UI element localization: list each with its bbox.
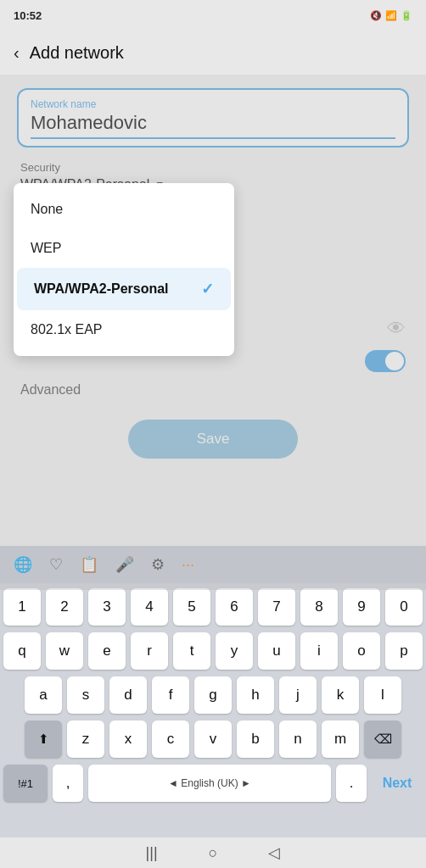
number-row: 1 2 3 4 5 6 7 8 9 0: [3, 588, 423, 626]
space-key[interactable]: ◄ English (UK) ►: [88, 765, 331, 802]
status-bar: 10:52 🔇 📶 🔋: [0, 0, 426, 31]
network-name-field[interactable]: Network name Mohamedovic: [17, 88, 409, 147]
key-b[interactable]: b: [237, 721, 274, 758]
check-icon: ✓: [201, 280, 214, 298]
dropdown-item-wep[interactable]: WEP: [14, 229, 234, 268]
dropdown-8021x-label: 802.1x EAP: [31, 322, 103, 337]
network-name-label: Network name: [31, 98, 395, 110]
key-2[interactable]: 2: [46, 588, 83, 626]
key-u[interactable]: u: [258, 632, 295, 670]
security-dropdown-menu: None WEP WPA/WPA2-Personal ✓ 802.1x EAP: [14, 183, 234, 356]
network-name-value: Mohamedovic: [31, 112, 395, 134]
clipboard-icon[interactable]: 📋: [80, 555, 98, 574]
key-h[interactable]: h: [237, 676, 274, 714]
nav-recent-icon[interactable]: ◁: [268, 843, 280, 862]
next-key[interactable]: Next: [372, 765, 423, 802]
status-icons: 🔇 📶 🔋: [370, 10, 412, 21]
battery-icon: 🔋: [401, 10, 412, 21]
zxcv-row: ⬆ z x c v b n m ⌫: [3, 721, 423, 758]
mute-icon: 🔇: [370, 10, 382, 21]
security-label: Security: [20, 161, 406, 174]
save-button-row: Save: [17, 404, 409, 465]
comma-key[interactable]: ,: [53, 765, 83, 802]
key-s[interactable]: s: [67, 676, 104, 714]
mic-icon[interactable]: 🎤: [115, 555, 134, 574]
key-5[interactable]: 5: [173, 588, 210, 626]
bottom-row: !#1 , ◄ English (UK) ► . Next: [3, 765, 423, 802]
key-3[interactable]: 3: [88, 588, 126, 626]
period-key[interactable]: .: [336, 765, 367, 802]
key-q[interactable]: q: [3, 632, 41, 670]
save-button[interactable]: Save: [128, 420, 298, 459]
nav-home-icon[interactable]: ○: [209, 844, 218, 862]
keyboard-toolbar: 🌐 ♡ 📋 🎤 ⚙ ···: [0, 546, 426, 583]
keyboard-rows: 1 2 3 4 5 6 7 8 9 0 q w e r t y u i o p …: [0, 583, 426, 812]
key-t[interactable]: t: [173, 632, 210, 670]
key-o[interactable]: o: [343, 632, 380, 670]
key-m[interactable]: m: [322, 721, 359, 758]
key-1[interactable]: 1: [3, 588, 41, 626]
key-6[interactable]: 6: [216, 588, 253, 626]
back-button[interactable]: ‹: [14, 43, 20, 63]
dropdown-wep-label: WEP: [31, 241, 61, 256]
content-area: Network name Mohamedovic Security WPA/WP…: [0, 75, 426, 590]
key-4[interactable]: 4: [131, 588, 168, 626]
more-icon[interactable]: ···: [182, 556, 194, 574]
key-a[interactable]: a: [25, 676, 62, 714]
qwerty-row: q w e r t y u i o p: [3, 632, 423, 670]
key-v[interactable]: v: [194, 721, 232, 758]
sym-key[interactable]: !#1: [3, 765, 48, 802]
settings-icon[interactable]: ⚙: [151, 555, 165, 574]
dropdown-wpa-label: WPA/WPA2-Personal: [34, 281, 169, 297]
key-9[interactable]: 9: [343, 588, 380, 626]
key-w[interactable]: w: [46, 632, 83, 670]
key-k[interactable]: k: [322, 676, 359, 714]
eye-icon[interactable]: 👁: [387, 318, 406, 340]
toggle-switch[interactable]: [365, 350, 406, 372]
status-time: 10:52: [14, 9, 42, 22]
dropdown-item-wpa[interactable]: WPA/WPA2-Personal ✓: [17, 268, 231, 310]
key-g[interactable]: g: [194, 676, 232, 714]
dropdown-none-label: None: [31, 202, 63, 217]
heart-icon[interactable]: ♡: [49, 555, 63, 574]
nav-bar: ||| ○ ◁: [0, 837, 426, 868]
key-d[interactable]: d: [109, 676, 147, 714]
delete-key[interactable]: ⌫: [364, 721, 401, 758]
key-r[interactable]: r: [131, 632, 168, 670]
key-x[interactable]: x: [109, 721, 147, 758]
toolbar-icons: 🌐 ♡ 📋 🎤 ⚙ ···: [14, 555, 194, 574]
key-p[interactable]: p: [385, 632, 423, 670]
key-7[interactable]: 7: [258, 588, 295, 626]
key-j[interactable]: j: [279, 676, 317, 714]
keyboard: 🌐 ♡ 📋 🎤 ⚙ ··· 1 2 3 4 5 6 7 8 9 0 q w e …: [0, 546, 426, 868]
network-name-underline: [31, 137, 395, 139]
key-l[interactable]: l: [364, 676, 401, 714]
toggle-knob: [385, 352, 404, 370]
dropdown-item-8021x[interactable]: 802.1x EAP: [14, 310, 234, 349]
key-n[interactable]: n: [279, 721, 317, 758]
header: ‹ Add network: [0, 31, 426, 75]
dropdown-item-none[interactable]: None: [14, 190, 234, 229]
advanced-row[interactable]: Advanced: [17, 376, 409, 404]
key-e[interactable]: e: [88, 632, 126, 670]
key-z[interactable]: z: [67, 721, 104, 758]
advanced-label: Advanced: [20, 382, 81, 397]
key-c[interactable]: c: [152, 721, 189, 758]
signal-icon: 📶: [385, 10, 397, 21]
key-i[interactable]: i: [300, 632, 338, 670]
emoji-icon[interactable]: 🌐: [14, 555, 32, 574]
page-title: Add network: [30, 43, 124, 63]
key-0[interactable]: 0: [385, 588, 423, 626]
key-y[interactable]: y: [216, 632, 253, 670]
key-8[interactable]: 8: [300, 588, 338, 626]
key-f[interactable]: f: [152, 676, 189, 714]
shift-key[interactable]: ⬆: [25, 721, 62, 758]
asdf-row: a s d f g h j k l: [3, 676, 423, 714]
nav-back-icon[interactable]: |||: [146, 844, 158, 862]
